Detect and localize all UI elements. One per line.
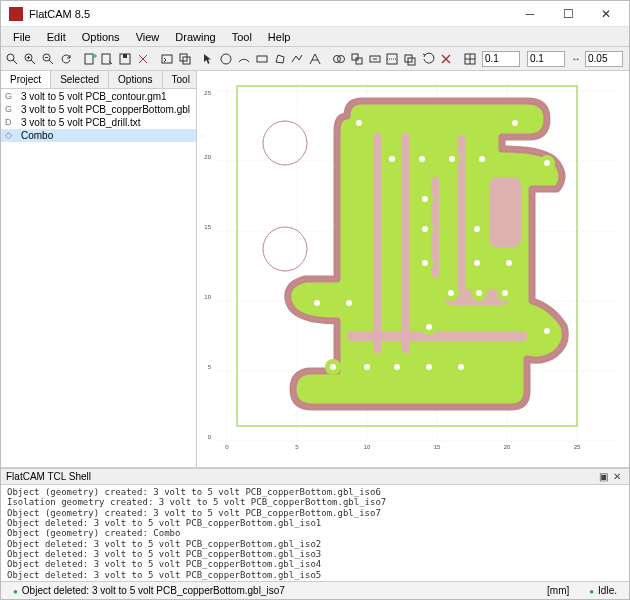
project-item[interactable]: D3 volt to 5 volt PCB_drill.txt <box>1 116 196 129</box>
svg-point-100 <box>449 156 455 162</box>
svg-point-104 <box>422 196 428 202</box>
path-tool-icon[interactable] <box>289 49 306 69</box>
menu-tool[interactable]: Tool <box>224 29 260 45</box>
svg-rect-14 <box>123 54 127 58</box>
cut-icon[interactable] <box>384 49 401 69</box>
shell-line: Object deleted: 3 volt to 5 volt PCB_cop… <box>7 549 623 559</box>
svg-text:10: 10 <box>364 444 371 450</box>
shell-line: Object deleted: 3 volt to 5 volt PCB_cop… <box>7 539 623 549</box>
edit-geo-icon[interactable] <box>99 49 116 69</box>
svg-rect-69 <box>489 177 521 247</box>
union-icon[interactable] <box>330 49 347 69</box>
svg-rect-66 <box>402 133 410 353</box>
svg-text:5: 5 <box>295 444 299 450</box>
offset-label-icon: ↔ <box>571 53 581 64</box>
menu-drawing[interactable]: Drawing <box>167 29 223 45</box>
polygon-tool-icon[interactable] <box>271 49 288 69</box>
svg-text:0: 0 <box>208 434 212 440</box>
tab-project[interactable]: Project <box>1 71 51 88</box>
offset-input[interactable] <box>585 51 623 67</box>
svg-text:25: 25 <box>204 90 211 96</box>
project-item-label: Combo <box>21 130 53 141</box>
pointer-icon[interactable] <box>199 49 216 69</box>
svg-point-121 <box>458 364 464 370</box>
shell-line: Object deleted: 3 volt to 5 volt PCB_cop… <box>7 518 623 528</box>
menu-view[interactable]: View <box>128 29 168 45</box>
svg-text:20: 20 <box>204 154 211 160</box>
shell-icon[interactable] <box>158 49 175 69</box>
shell-output[interactable]: Object (geometry) created: 3 volt to 5 v… <box>1 485 629 581</box>
project-item[interactable]: ◇Combo <box>1 129 196 142</box>
rotate-icon[interactable] <box>420 49 437 69</box>
shell-header: FlatCAM TCL Shell ▣ ✕ <box>1 468 629 485</box>
maximize-button[interactable]: ☐ <box>549 3 587 25</box>
svg-text:15: 15 <box>434 444 441 450</box>
copy-shape-icon[interactable] <box>402 49 419 69</box>
tab-tool[interactable]: Tool <box>163 71 200 88</box>
svg-point-64 <box>263 227 307 271</box>
svg-rect-65 <box>373 133 381 353</box>
shell-close-icon[interactable]: ✕ <box>610 470 624 484</box>
status-units: [mm] <box>541 585 575 596</box>
svg-text:20: 20 <box>504 444 511 450</box>
project-item-label: 3 volt to 5 volt PCB_contour.gm1 <box>21 91 167 102</box>
grid-icon[interactable] <box>461 49 478 69</box>
menu-help[interactable]: Help <box>260 29 299 45</box>
toolbar: ↔ <box>1 47 629 71</box>
menu-edit[interactable]: Edit <box>39 29 74 45</box>
refresh-icon[interactable] <box>58 49 75 69</box>
svg-point-107 <box>422 260 428 266</box>
new-geo-icon[interactable] <box>81 49 98 69</box>
geometry-icon: ◇ <box>5 130 17 141</box>
zoom-in-icon[interactable] <box>22 49 39 69</box>
layers-icon[interactable] <box>176 49 193 69</box>
svg-rect-9 <box>85 54 93 64</box>
project-item[interactable]: G3 volt to 5 volt PCB_copperBottom.gbl <box>1 103 196 116</box>
svg-text:0: 0 <box>225 444 229 450</box>
shell-line: Isolation geometry created: 3 volt to 5 … <box>7 497 623 507</box>
svg-text:5: 5 <box>208 364 212 370</box>
menu-options[interactable]: Options <box>74 29 128 45</box>
svg-point-108 <box>474 260 480 266</box>
shell-title: FlatCAM TCL Shell <box>6 471 596 482</box>
tab-selected[interactable]: Selected <box>51 71 109 88</box>
project-item[interactable]: G3 volt to 5 volt PCB_contour.gm1 <box>1 90 196 103</box>
grid-x-input[interactable] <box>482 51 520 67</box>
svg-rect-26 <box>356 58 362 64</box>
drill-icon: D <box>5 117 17 128</box>
grid-y-input[interactable] <box>527 51 565 67</box>
rect-tool-icon[interactable] <box>253 49 270 69</box>
svg-point-103 <box>544 160 550 166</box>
status-message: Object deleted: 3 volt to 5 volt PCB_cop… <box>7 585 291 596</box>
text-tool-icon[interactable] <box>307 49 324 69</box>
svg-line-1 <box>13 60 17 64</box>
delete-icon[interactable] <box>135 49 152 69</box>
shell-line: Object deleted: 3 volt to 5 volt PCB_cop… <box>7 559 623 569</box>
sidebar: Project Selected Options Tool G3 volt to… <box>1 71 197 467</box>
delete-shape-icon[interactable] <box>438 49 455 69</box>
circle-tool-icon[interactable] <box>217 49 234 69</box>
sidebar-tabs: Project Selected Options Tool <box>1 71 196 89</box>
intersection-icon[interactable] <box>348 49 365 69</box>
close-button[interactable]: ✕ <box>587 3 625 25</box>
svg-point-120 <box>426 364 432 370</box>
project-list: G3 volt to 5 volt PCB_contour.gm1 G3 vol… <box>1 89 196 467</box>
subtract-icon[interactable] <box>366 49 383 69</box>
svg-point-110 <box>448 290 454 296</box>
arc-tool-icon[interactable] <box>235 49 252 69</box>
project-item-label: 3 volt to 5 volt PCB_copperBottom.gbl <box>21 104 190 115</box>
svg-marker-22 <box>276 55 284 63</box>
svg-point-98 <box>389 156 395 162</box>
tab-options[interactable]: Options <box>109 71 162 88</box>
menu-file[interactable]: File <box>5 29 39 45</box>
minimize-button[interactable]: ─ <box>511 3 549 25</box>
zoom-fit-icon[interactable] <box>4 49 21 69</box>
svg-point-113 <box>314 300 320 306</box>
svg-point-112 <box>502 290 508 296</box>
zoom-out-icon[interactable] <box>40 49 57 69</box>
project-item-label: 3 volt to 5 volt PCB_drill.txt <box>21 117 141 128</box>
canvas[interactable]: 0 5 10 15 20 25 0 5 10 15 20 25 <box>197 71 629 467</box>
shell-undock-icon[interactable]: ▣ <box>596 470 610 484</box>
save-geo-icon[interactable] <box>117 49 134 69</box>
svg-rect-71 <box>347 331 527 341</box>
